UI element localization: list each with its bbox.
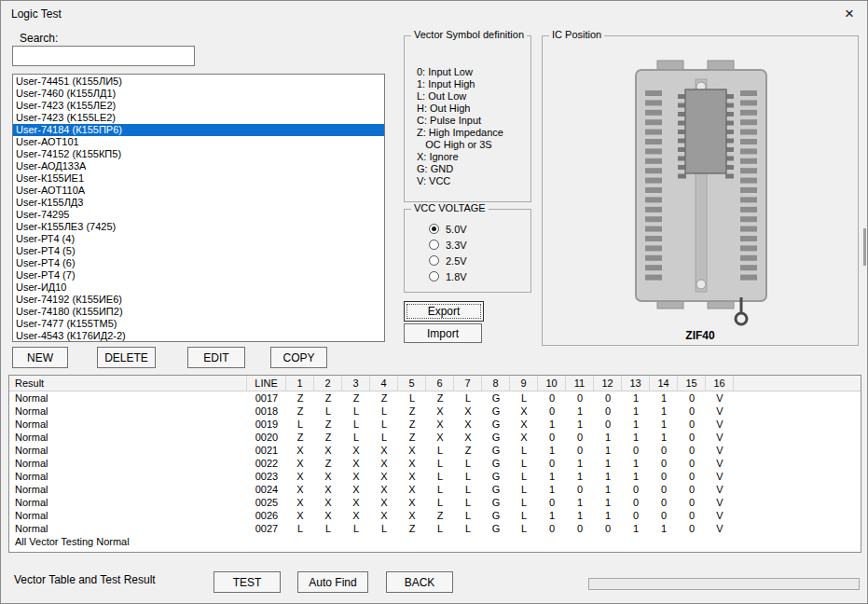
table-header-cell[interactable]: 11 [566,376,594,391]
line-cell: 0026 [247,509,286,522]
device-list-item[interactable]: User-АОТ101 [13,136,384,148]
vector-symbol-group-title: Vector Symbol definition [411,29,527,40]
table-row[interactable]: Normal0019LZLLZXXGX110110V [9,418,861,431]
back-button[interactable]: BACK [386,571,453,593]
table-row[interactable]: Normal0018ZLLLZXXGX010110V [9,405,861,418]
table-row[interactable]: Normal0026XXXXXZLGL111000V [9,509,861,522]
device-list-item[interactable]: User-АОД133А [13,160,384,172]
device-list-item[interactable]: User-7477 (К155ТМ5) [13,318,384,330]
table-header-cell[interactable]: 2 [314,376,342,391]
import-button[interactable]: Import [404,323,482,343]
device-list-item[interactable]: User-7423 (K155LE2) [13,112,384,124]
close-icon[interactable]: × [837,4,861,24]
table-header-cell[interactable]: 5 [398,376,426,391]
table-row[interactable]: Normal0023XXXXXLLGL111100V [9,470,861,483]
pin-cell: 1 [594,483,622,496]
device-list-item[interactable]: User-К155ИЕ1 [13,172,384,185]
pin-cell: G [482,522,510,535]
title-bar[interactable]: Logic Test × [1,1,867,27]
vcc-option[interactable]: 2.5V [429,253,467,268]
vcc-option[interactable]: 3.3V [429,237,467,253]
table-header-cell[interactable]: 14 [650,376,678,391]
device-list-item[interactable]: User-К155ЛЕ3 (7425) [13,221,384,233]
pin-cell: L [454,496,482,509]
new-button[interactable]: NEW [12,347,68,368]
pin-cell: X [342,509,370,522]
pin-cell: L [510,457,538,470]
device-list-item[interactable]: User-74184 (К155ПР6) [13,124,384,136]
table-header-cell[interactable]: 12 [594,376,622,391]
pin-cell: Z [286,431,314,444]
table-row[interactable]: Normal0022XZXXXLLGL011100V [9,457,861,470]
pin-cell: 1 [566,405,594,418]
pin-cell: Z [286,405,314,418]
copy-button[interactable]: COPY [270,347,327,368]
device-list-item[interactable]: User-74295 [13,209,384,221]
table-header-cell[interactable]: 1 [286,376,314,391]
device-list-item[interactable]: User-74152 (К155КП5) [13,148,384,160]
search-input[interactable] [12,46,195,66]
pin-cell: 1 [566,509,594,522]
pin-cell: L [370,522,398,535]
pin-cell: V [706,391,734,405]
device-list-item[interactable]: User-РТ4 (4) [13,233,384,245]
device-list-item[interactable]: User-ИД10 [13,281,384,294]
pin-cell: L [510,470,538,483]
table-header-cell[interactable]: 3 [342,376,370,391]
table-row[interactable]: Normal0017ZZZZLZLGL000110V [9,391,861,405]
device-list-item[interactable]: User-PT4 (6) [13,257,384,269]
device-list-item[interactable]: User-PT4 (7) [13,269,384,281]
vcc-option[interactable]: 1.8V [429,268,467,284]
table-header-cell[interactable]: 9 [510,376,538,391]
pin-cell: Z [426,509,454,522]
table-header-cell[interactable]: 15 [678,376,706,391]
device-list-item[interactable]: User-74451 (К155ЛИ5) [13,76,384,88]
pin-cell: 0 [594,405,622,418]
device-list-item[interactable]: User-74192 (К155ИЕ6) [13,294,384,306]
table-header-cell[interactable]: 13 [622,376,650,391]
device-list-item[interactable]: User-7460 (К155ЛД1) [13,88,384,100]
table-header-cell[interactable]: 10 [538,376,566,391]
table-header-cell[interactable]: 6 [426,376,454,391]
device-list-item[interactable]: User-74180 (К155ИП2) [13,306,384,318]
auto-find-button[interactable]: Auto Find [297,571,368,593]
pin-cell: 0 [538,496,566,509]
pin-cell: Z [314,457,342,470]
table-row[interactable]: Normal0020ZZLLZXXGX001110V [9,431,861,444]
pin-cell: 0 [678,483,706,496]
table-row[interactable]: Normal0025XXXXXLLGL011000V [9,496,861,509]
radio-icon [429,255,439,266]
list-scrollbar[interactable] [863,228,866,266]
vcc-voltage-group: VCC VOLTAGE 5.0V3.3V2.5V1.8V [404,209,531,293]
device-list-item[interactable]: User-К155ЛД3 [13,197,384,209]
device-list-item[interactable]: User-7423 (К155ЛЕ2) [13,100,384,112]
table-header-cell[interactable]: LINE [247,376,286,391]
pin-cell: X [454,405,482,418]
pin-cell: 0 [594,522,622,535]
pin-cell: X [454,418,482,431]
delete-button[interactable]: DELETE [97,347,156,368]
pin-cell: G [482,418,510,431]
pin-cell: 0 [594,391,622,405]
table-row[interactable]: Normal0027LLLLZLLGL000110V [9,522,861,535]
zif-socket-graphic [617,59,785,329]
pin-cell: 0 [678,418,706,431]
table-header-cell[interactable]: 8 [482,376,510,391]
table-header-cell[interactable]: 4 [370,376,398,391]
table-row[interactable]: Normal0024XXXXXLLGL101000V [9,483,861,496]
device-list-item[interactable]: User-4543 (К176ИД2-2) [13,330,384,342]
export-button[interactable]: Export [404,301,484,322]
table-header-cell[interactable]: 16 [706,376,734,391]
test-button[interactable]: TEST [214,571,281,593]
vcc-option[interactable]: 5.0V [429,221,467,237]
vector-symbol-line: G: GND [417,163,503,175]
table-row[interactable]: Normal0021XXXXXLZGL101000V [9,444,861,457]
edit-button[interactable]: EDIT [187,347,245,368]
device-list-item[interactable]: User-PT4 (5) [13,245,384,257]
device-list[interactable]: User-74451 (К155ЛИ5)User-7460 (К155ЛД1)U… [12,74,385,342]
pin-cell: V [706,470,734,483]
pin-cell: 0 [566,431,594,444]
device-list-item[interactable]: User-АОТ110А [13,185,384,197]
table-header-cell[interactable]: Result [9,376,247,391]
table-header-cell[interactable]: 7 [454,376,482,391]
